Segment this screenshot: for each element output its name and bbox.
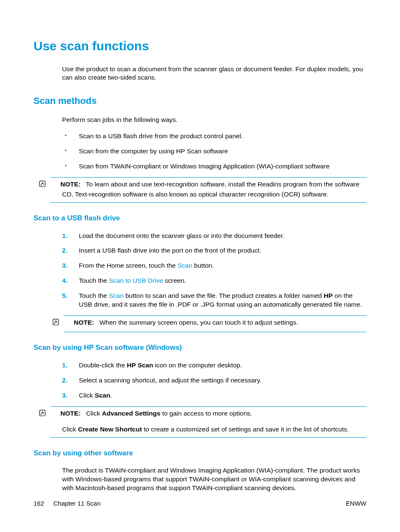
heading-scan-methods: Scan methods [34,95,366,107]
note-text: To learn about and use text-recognition … [62,181,359,198]
page-footer: 162 Chapter 11 Scan ENWW [34,499,366,508]
note-label: NOTE: [60,410,81,417]
list-item: Insert a USB flash drive into the port o… [62,246,366,255]
list-item: From the Home screen, touch the Scan but… [62,261,366,270]
scan-button-ref: Scan [177,262,192,269]
note-label: NOTE: [60,181,81,188]
page-number: 162 [34,500,44,507]
note-summary: NOTE: When the summary screen opens, you… [64,315,366,332]
scan-button-ref: Scan [109,292,124,299]
note-icon [50,180,59,190]
list-item: Load the document onto the scanner glass… [62,232,366,240]
svg-rect-1 [53,319,59,325]
note-label: NOTE: [74,319,94,326]
list-item: Click Scan. [62,391,366,400]
heading-other-software: Scan by using other software [34,449,366,458]
heading-scan-usb: Scan to a USB flash drive [34,214,366,223]
intro-text: Use the product to scan a document from … [62,65,366,83]
footer-right: ENWW [346,499,366,508]
svg-rect-0 [39,181,45,187]
note-advanced: NOTE: Click Advanced Settings to gain ac… [50,406,366,438]
scan-usb-drive-ref: Scan to USB Drive [109,277,163,284]
list-item: Touch the Scan to USB Drive screen. [62,276,366,285]
note-extra-line: Click Create New Shortcut to create a cu… [50,425,366,434]
heading-hp-scan-windows: Scan by using HP Scan software (Windows) [34,343,366,353]
hp-scan-steps: Double-click the HP Scan icon on the com… [62,361,366,400]
list-item: Scan from the computer by using HP Scan … [62,147,366,156]
page-title: Use scan functions [34,38,366,55]
chapter-label: Chapter 11 Scan [53,500,101,507]
list-item: Select a scanning shortcut, and adjust t… [62,376,366,385]
note-icon [64,318,72,328]
note-icon [50,409,59,419]
scan-usb-steps: Load the document onto the scanner glass… [62,232,366,310]
list-item: Scan from TWAIN-compliant or Windows Ima… [62,162,366,171]
list-item: Touch the Scan button to scan and save t… [62,292,366,309]
scan-methods-list: Scan to a USB flash drive from the produ… [62,132,366,171]
note-ocr: NOTE: To learn about and use text-recogn… [50,177,366,203]
note-text: When the summary screen opens, you can t… [99,319,298,326]
list-item: Scan to a USB flash drive from the produ… [62,132,366,141]
other-software-body: The product is TWAIN-compliant and Windo… [62,466,366,493]
scan-methods-lead: Perform scan jobs in the following ways. [62,116,366,124]
list-item: Double-click the HP Scan icon on the com… [62,361,366,370]
svg-rect-2 [39,410,45,416]
